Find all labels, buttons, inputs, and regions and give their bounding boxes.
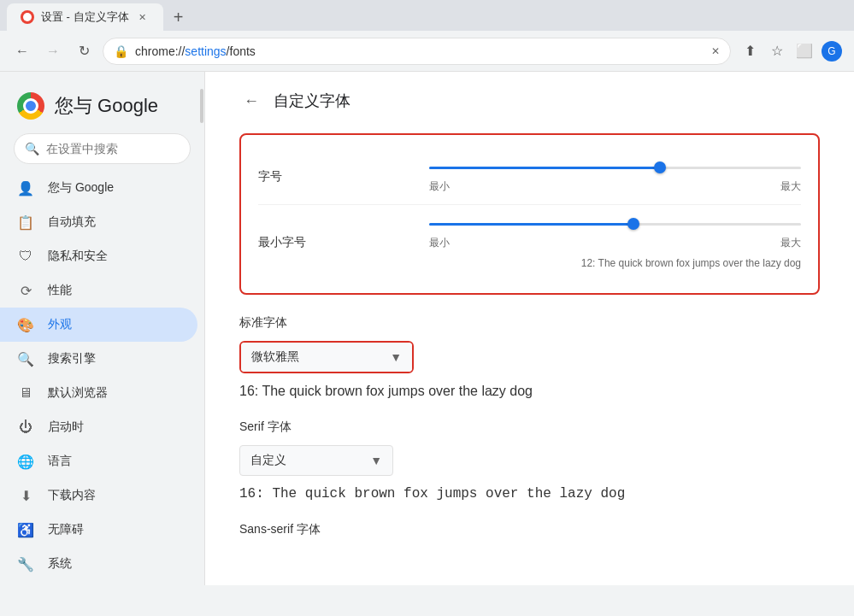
- standard-font-dropdown[interactable]: 微软雅黑 ▼: [241, 343, 412, 372]
- min-font-size-max-label: 最大: [780, 236, 801, 250]
- sidebar-item-privacy[interactable]: 🛡 隐私和安全: [0, 239, 197, 273]
- tab-close-button[interactable]: ✕: [136, 10, 150, 24]
- new-tab-button[interactable]: +: [167, 5, 191, 29]
- sidebar-item-search[interactable]: 🔍 搜索引擎: [0, 342, 197, 376]
- sidebar-item-label: 外观: [48, 317, 72, 332]
- tab-favicon: [21, 10, 34, 24]
- search-engine-icon: 🔍: [17, 350, 34, 367]
- search-icon: 🔍: [25, 142, 39, 155]
- address-bar[interactable]: 🔒 chrome://settings/fonts ✕: [103, 38, 731, 65]
- star-icon: ☆: [771, 43, 783, 59]
- downloads-icon: ⬇: [17, 487, 34, 504]
- serif-font-section-label: Serif 字体: [239, 419, 820, 435]
- min-font-size-label: 最小字号: [258, 235, 429, 250]
- serif-font-preview: 16: The quick brown fox jumps over the l…: [239, 486, 820, 502]
- appearance-icon: 🎨: [17, 316, 34, 333]
- sidebar-item-accessibility[interactable]: ♿ 无障碍: [0, 513, 197, 547]
- font-size-slider-track-wrapper[interactable]: [429, 159, 801, 176]
- sidebar-item-label: 下载内容: [48, 488, 96, 503]
- tab-view-button[interactable]: ⬜: [792, 39, 816, 63]
- nav-right-icons: ⬆ ☆ ⬜ G: [738, 39, 844, 63]
- default-browser-icon: 🖥: [17, 384, 34, 402]
- min-font-size-slider-fill: [429, 223, 633, 226]
- sidebar-item-autofill[interactable]: 📋 自动填充: [0, 205, 197, 239]
- tab-bar: 设置 - 自定义字体 ✕ +: [0, 0, 854, 31]
- address-text: chrome://settings/fonts: [135, 44, 704, 58]
- search-input[interactable]: [46, 142, 196, 155]
- sidebar-item-label: 隐私和安全: [48, 249, 108, 264]
- sidebar-item-reset[interactable]: 🔄 重置设置: [0, 581, 197, 585]
- sidebar-item-label: 默认浏览器: [48, 385, 108, 401]
- font-size-row: 字号 最小 最大: [258, 149, 801, 205]
- back-to-appearance-button[interactable]: ←: [239, 89, 263, 113]
- sidebar-item-default-browser[interactable]: 🖥 默认浏览器: [0, 376, 197, 410]
- min-font-size-min-label: 最小: [429, 236, 450, 250]
- address-prefix: chrome://: [135, 44, 185, 58]
- page-title: 自定义字体: [274, 91, 350, 111]
- tab-icon: ⬜: [796, 43, 813, 59]
- plus-icon: +: [174, 8, 184, 27]
- standard-font-section-label: 标准字体: [239, 315, 820, 331]
- share-icon: ⬆: [745, 43, 756, 59]
- font-size-slider-track: [429, 167, 801, 169]
- startup-icon: ⏻: [17, 419, 34, 436]
- back-arrow-icon: ←: [244, 92, 259, 110]
- serif-font-dropdown[interactable]: 自定义 ▼: [239, 445, 393, 476]
- main-layout: 您与 Google 🔍 👤 您与 Google 📋 自动填充 🛡 隐私和安全 ⟳…: [0, 72, 854, 585]
- settings-title: 您与 Google: [55, 93, 158, 119]
- sidebar-item-downloads[interactable]: ⬇ 下载内容: [0, 478, 197, 513]
- font-size-slider-labels: 最小 最大: [429, 179, 801, 194]
- standard-font-preview: 16: The quick brown fox jumps over the l…: [239, 384, 820, 399]
- close-icon: ✕: [138, 12, 146, 23]
- font-size-max-label: 最大: [780, 179, 801, 194]
- min-font-size-slider-track: [429, 223, 801, 226]
- sidebar-item-startup[interactable]: ⏻ 启动时: [0, 410, 197, 444]
- sidebar-scrollbar[interactable]: [199, 72, 204, 585]
- min-font-size-row: 最小字号 最小 最大 12: The quick brown fo: [258, 205, 801, 279]
- languages-icon: 🌐: [17, 453, 34, 470]
- address-suffix: /fonts: [227, 44, 256, 58]
- share-button[interactable]: ⬆: [738, 39, 762, 63]
- sidebar-item-appearance[interactable]: 🎨 外观: [0, 308, 197, 342]
- min-font-size-slider-labels: 最小 最大: [429, 236, 801, 250]
- min-font-size-slider-thumb[interactable]: [627, 218, 639, 230]
- sidebar-item-label: 启动时: [48, 419, 84, 435]
- min-font-size-slider-container: 最小 最大 12: The quick brown fox jumps over…: [429, 215, 801, 269]
- sidebar-item-performance[interactable]: ⟳ 性能: [0, 273, 197, 308]
- chrome-logo: [17, 92, 44, 120]
- font-size-preview: 12: The quick brown fox jumps over the l…: [429, 257, 801, 269]
- reload-button[interactable]: ↻: [72, 39, 96, 63]
- address-clear-icon: ✕: [711, 45, 720, 57]
- sidebar-item-languages[interactable]: 🌐 语言: [0, 444, 197, 478]
- serif-font-value: 自定义: [250, 453, 363, 468]
- sidebar-item-system[interactable]: 🔧 系统: [0, 547, 197, 581]
- content-area: ← 自定义字体 字号: [205, 72, 854, 585]
- reload-icon: ↻: [79, 43, 90, 59]
- active-tab[interactable]: 设置 - 自定义字体 ✕: [7, 3, 163, 31]
- google-account-icon: 👤: [17, 179, 34, 197]
- sidebar-item-label: 无障碍: [48, 522, 84, 537]
- privacy-icon: 🛡: [17, 248, 34, 265]
- sans-serif-section-label: Sans-serif 字体: [239, 522, 820, 537]
- system-icon: 🔧: [17, 555, 34, 572]
- font-size-slider-container: 最小 最大: [429, 159, 801, 194]
- settings-header: 您与 Google: [0, 79, 204, 133]
- bookmark-button[interactable]: ☆: [765, 39, 789, 63]
- account-button[interactable]: G: [820, 39, 844, 63]
- performance-icon: ⟳: [17, 282, 34, 299]
- font-size-min-label: 最小: [429, 179, 450, 194]
- sidebar-item-label: 性能: [48, 283, 72, 298]
- back-button[interactable]: ←: [10, 39, 34, 63]
- standard-font-dropdown-arrow: ▼: [390, 350, 402, 364]
- navigation-bar: ← → ↻ 🔒 chrome://settings/fonts ✕ ⬆ ☆ ⬜ …: [0, 31, 854, 72]
- search-bar[interactable]: 🔍: [14, 133, 191, 164]
- font-size-section: 字号 最小 最大: [239, 133, 820, 295]
- forward-button[interactable]: →: [41, 39, 65, 63]
- font-size-slider-thumb[interactable]: [654, 161, 666, 173]
- sidebar-item-label: 语言: [48, 454, 72, 469]
- account-icon: G: [822, 41, 842, 62]
- site-info-icon: 🔒: [114, 44, 128, 58]
- serif-font-dropdown-arrow: ▼: [370, 454, 382, 467]
- min-font-size-slider-track-wrapper[interactable]: [429, 215, 801, 232]
- sidebar-item-google-account[interactable]: 👤 您与 Google: [0, 171, 197, 205]
